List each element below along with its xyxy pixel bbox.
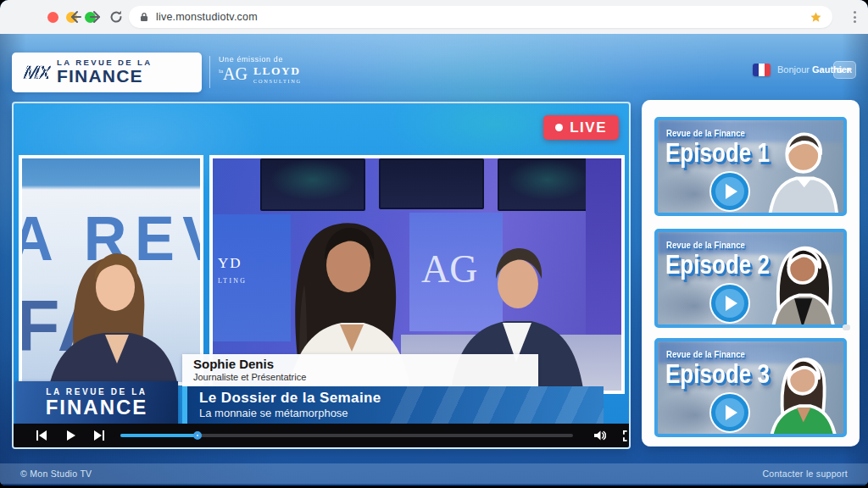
sponsor-logo: la AG LLOYD CONSULTING [219,65,302,84]
show-title: LA REVUE DE LA FINANCE [57,58,152,86]
episode-card-3[interactable]: Revue de la Finance Episode 3 [654,338,847,437]
footer-bar: © Mon Studio TV Contacter le support [0,463,868,484]
play-button[interactable] [64,430,76,441]
show-logo-bug: LA REVUE DE LA FINANCE [15,381,178,424]
episode-sidebar: Revue de la Finance Episode 1 Revue de l… [642,100,860,446]
language-flag-icon[interactable] [753,64,771,76]
episode-person-thumbnail [747,118,847,216]
episode-card-2[interactable]: Revue de la Finance Episode 2 [654,229,847,328]
sponsor-block: Une émission de la AG LLOYD CONSULTING [219,55,302,84]
speaker-role: Journaliste et Présentatrice [193,372,538,382]
topic-subtitle: La monnaie se métamorphose [199,407,604,419]
address-bar[interactable]: live.monstudiotv.com [129,6,832,28]
refresh-icon[interactable] [108,9,124,25]
episode-person-thumbnail [747,230,847,328]
browser-menu-icon[interactable] [848,10,861,24]
show-logo-line2: FINANCE [46,396,148,418]
lock-icon [139,12,149,22]
progress-thumb[interactable] [193,431,202,440]
play-icon[interactable] [711,173,748,210]
previous-button[interactable] [36,430,47,441]
close-window-button[interactable] [47,12,58,23]
back-icon[interactable] [68,9,83,25]
episode-show-label: Revue de la Finance [666,240,745,250]
header-divider [209,56,210,88]
site-logo[interactable]: MX LA REVUE DE LA FINANCE [12,53,202,92]
episode-show-label: Revue de la Finance [666,349,745,359]
speaker-name: Sophie Denis [193,357,538,372]
progress-fill [120,434,198,437]
volume-icon[interactable] [593,430,606,441]
live-label: LIVE [570,119,607,136]
page-background: MX LA REVUE DE LA FINANCE Une émission d… [0,34,868,485]
fullscreen-icon[interactable] [623,430,631,441]
episode-card-1[interactable]: Revue de la Finance Episode 1 [654,117,847,216]
avatar[interactable]: G R [833,61,856,79]
sponsor-monogram: AG [223,65,248,82]
greeting-word: Bonjour [777,64,810,75]
episode-show-label: Revue de la Finance [666,128,745,138]
play-icon[interactable] [711,394,748,431]
mx-logo-monogram: MX [23,62,52,84]
url-text: live.monstudiotv.com [156,11,810,23]
browser-window: live.monstudiotv.com MX LA REVUE DE LA F… [0,0,868,485]
presenter-person [27,209,202,385]
show-title-line2: FINANCE [57,67,152,86]
live-badge: LIVE [543,115,619,140]
forward-icon[interactable] [88,9,103,25]
sponsor-subtitle: CONSULTING [253,78,302,84]
live-dot-icon [555,124,563,131]
topic-title: Le Dossier de la Semaine [199,389,604,407]
video-player[interactable]: LIVE A REVU FA YD [12,102,631,449]
sponsor-name: LLOYD [253,65,302,77]
emission-label: Une émission de [219,55,302,64]
lower-third-name: Sophie Denis Journaliste et Présentatric… [182,354,538,386]
play-icon[interactable] [711,285,748,322]
progress-bar[interactable] [120,434,573,437]
sidebar-scrollbar[interactable] [843,324,850,330]
video-frame-presenter: A REVU FA [19,155,203,385]
next-button[interactable] [93,430,105,441]
lower-third-topic: Le Dossier de la Semaine La monnaie se m… [182,386,604,424]
contact-support-link[interactable]: Contacter le support [762,469,848,479]
bookmark-star-icon[interactable] [810,11,822,24]
browser-chrome: live.monstudiotv.com [0,0,868,34]
episode-person-thumbnail [747,339,847,437]
copyright-text: © Mon Studio TV [20,469,92,479]
player-controls [14,424,629,447]
